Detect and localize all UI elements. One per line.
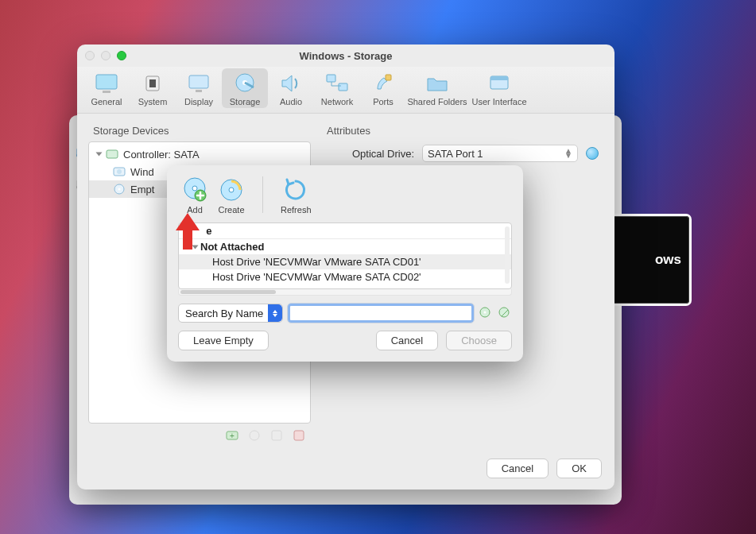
tree-item-label: Empt — [130, 184, 154, 195]
list-hscrollbar[interactable] — [178, 289, 512, 296]
tab-label: General — [91, 97, 122, 106]
vm-preview-text: ows — [655, 252, 681, 268]
tab-user-interface[interactable]: User Interface — [468, 68, 530, 108]
search-mode-label: Search By Name — [185, 308, 263, 319]
leave-empty-button[interactable]: Leave Empty — [178, 331, 269, 350]
svg-rect-12 — [327, 75, 335, 82]
svg-rect-13 — [339, 83, 347, 91]
tab-label: Ports — [373, 97, 394, 106]
window-title: Windows - Storage — [77, 50, 614, 62]
choose-disk-image-icon[interactable] — [586, 147, 599, 160]
svg-point-21 — [118, 188, 121, 191]
tab-system[interactable]: System — [130, 68, 176, 108]
tab-label: Network — [321, 97, 353, 106]
search-global-icon[interactable] — [498, 306, 512, 320]
create-disc-icon — [218, 176, 245, 203]
tab-label: Audio — [280, 97, 302, 106]
refresh-icon — [282, 176, 309, 203]
remove-attachment-icon[interactable] — [269, 428, 284, 443]
sheet-buttons: Leave Empty Cancel Choose — [178, 331, 512, 350]
svg-rect-14 — [386, 75, 391, 80]
svg-point-33 — [484, 312, 487, 314]
storage-tree-actions: + — [88, 424, 311, 443]
svg-rect-9 — [196, 90, 202, 92]
display-icon — [185, 72, 212, 95]
attributes-heading: Attributes — [327, 125, 603, 137]
svg-rect-25 — [272, 431, 281, 440]
tree-controller-row[interactable]: Controller: SATA — [89, 145, 310, 163]
search-local-icon[interactable] — [479, 306, 493, 320]
monitor-icon — [93, 72, 120, 95]
remove-controller-icon[interactable] — [292, 428, 306, 443]
list-item-label: Host Drive 'NECVMWar VMware SATA CD01' — [212, 256, 421, 268]
list-category-label: Not Attached — [200, 241, 264, 253]
add-attachment-icon[interactable] — [247, 428, 262, 443]
list-item[interactable]: Host Drive 'NECVMWar VMware SATA CD01' — [179, 254, 511, 269]
tab-ports[interactable]: Ports — [360, 68, 406, 108]
create-medium-button[interactable]: Create — [218, 176, 245, 215]
create-label: Create — [218, 205, 244, 215]
ok-button[interactable]: OK — [556, 459, 602, 478]
svg-rect-4 — [96, 75, 117, 89]
tab-shared-folders[interactable]: Shared Folders — [406, 68, 468, 108]
chip-icon — [139, 72, 166, 95]
search-mode-select[interactable]: Search By Name — [178, 304, 283, 323]
svg-point-34 — [499, 308, 509, 317]
sheet-toolbar: Add Create Refresh — [178, 176, 512, 215]
optical-drive-label: Optical Drive: — [327, 148, 414, 160]
list-category-not-attached[interactable]: Not Attached — [179, 239, 511, 254]
tab-storage[interactable]: Storage — [222, 68, 268, 108]
optical-drive-row: Optical Drive: SATA Port 1 ▲▼ — [322, 141, 603, 165]
folder-icon — [424, 72, 451, 95]
tab-general[interactable]: General — [83, 68, 130, 108]
svg-rect-16 — [490, 76, 508, 80]
tree-item-label: Wind — [130, 166, 154, 178]
storage-icon — [231, 72, 258, 95]
medium-list[interactable]: Name Not Attached Host Drive 'NECVMWar V… — [178, 222, 512, 289]
add-controller-icon[interactable]: + — [225, 428, 239, 443]
tab-display[interactable]: Display — [176, 68, 222, 108]
speaker-icon — [277, 72, 304, 95]
add-label: Add — [187, 205, 203, 215]
tab-label: Storage — [230, 97, 261, 106]
add-medium-button[interactable]: Add — [181, 176, 208, 215]
tab-label: User Interface — [471, 97, 526, 106]
svg-point-24 — [250, 431, 259, 440]
controller-icon — [106, 148, 118, 161]
search-input[interactable] — [288, 304, 474, 323]
svg-rect-7 — [149, 79, 156, 87]
search-row: Search By Name — [178, 304, 512, 323]
tab-label: Display — [184, 97, 213, 106]
select-stepper-icon: ▲▼ — [564, 149, 572, 158]
cancel-button[interactable]: Cancel — [487, 459, 549, 478]
svg-point-19 — [117, 169, 122, 174]
svg-rect-26 — [294, 431, 304, 440]
tree-controller-label: Controller: SATA — [123, 149, 200, 161]
network-icon — [324, 72, 351, 95]
choose-button[interactable]: Choose — [446, 331, 512, 350]
disclosure-triangle-icon[interactable] — [192, 245, 199, 249]
tab-label: Shared Folders — [407, 97, 467, 106]
list-item[interactable]: Host Drive 'NECVMWar VMware SATA CD02' — [179, 269, 511, 284]
svg-point-28 — [192, 186, 197, 191]
select-chevrons-icon — [268, 304, 282, 322]
medium-selector-sheet: Add Create Refresh Name — [167, 165, 523, 362]
cancel-button[interactable]: Cancel — [376, 331, 438, 350]
optical-drive-select[interactable]: SATA Port 1 ▲▼ — [422, 145, 578, 162]
refresh-button[interactable]: Refresh — [281, 176, 312, 215]
list-scrollbar[interactable] — [505, 226, 510, 284]
list-header-name[interactable]: Name — [179, 223, 511, 239]
titlebar: Windows - Storage — [77, 44, 614, 67]
ports-icon — [370, 72, 397, 95]
harddisk-icon — [113, 165, 126, 178]
svg-point-31 — [229, 188, 234, 192]
svg-text:+: + — [230, 431, 235, 440]
tab-network[interactable]: Network — [314, 68, 360, 108]
tab-audio[interactable]: Audio — [268, 68, 314, 108]
optical-disc-icon — [113, 183, 126, 195]
svg-rect-8 — [189, 75, 208, 88]
list-header-fragment: e — [206, 225, 211, 237]
list-item-label: Host Drive 'NECVMWar VMware SATA CD02' — [212, 271, 421, 283]
svg-rect-5 — [103, 91, 110, 93]
disclosure-triangle-icon[interactable] — [96, 153, 103, 157]
